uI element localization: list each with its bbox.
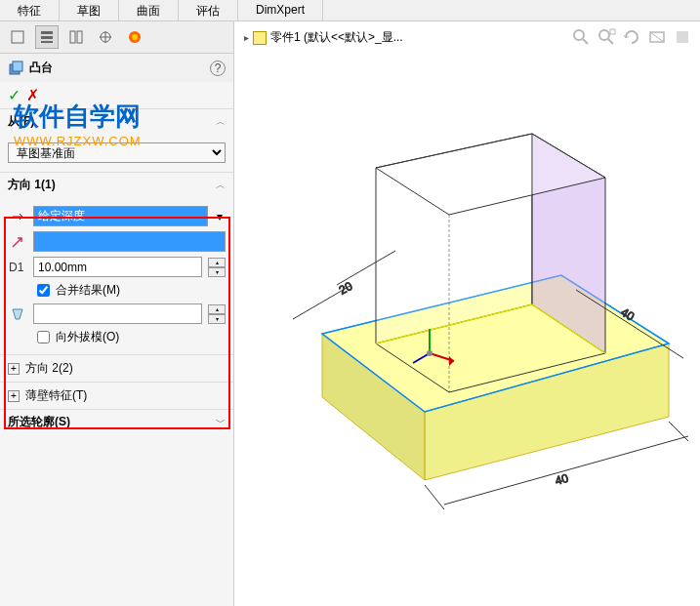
- panel-tab-feature-tree[interactable]: [6, 25, 29, 49]
- svg-point-10: [132, 34, 138, 40]
- reverse-direction-icon[interactable]: [8, 207, 27, 226]
- depth-spin-down[interactable]: ▾: [208, 267, 226, 277]
- depth-spin-up[interactable]: ▴: [208, 258, 226, 267]
- section-view-icon[interactable]: [647, 27, 667, 47]
- rotate-view-icon[interactable]: [622, 27, 641, 47]
- chevron-down-icon: ﹀: [216, 416, 226, 429]
- help-icon[interactable]: ?: [210, 61, 226, 76]
- svg-line-17: [608, 39, 613, 44]
- tab-dimxpert[interactable]: DimXpert: [238, 0, 323, 20]
- end-condition-dropdown[interactable]: 给定深度: [33, 206, 208, 226]
- direction-arrow-icon[interactable]: [8, 232, 27, 252]
- svg-rect-18: [610, 29, 615, 34]
- svg-rect-21: [677, 31, 688, 43]
- svg-rect-4: [70, 31, 75, 43]
- draft-icon[interactable]: [8, 304, 27, 324]
- panel-tab-dimxpert[interactable]: [94, 25, 117, 49]
- tab-sketch[interactable]: 草图: [60, 0, 119, 20]
- draft-spin-up[interactable]: ▴: [208, 304, 226, 314]
- section-dir2-header[interactable]: + 方向 2(2): [0, 354, 233, 382]
- tree-expand-icon[interactable]: ▸: [244, 32, 249, 43]
- direction-reference-input[interactable]: [33, 231, 226, 252]
- svg-line-15: [583, 39, 588, 44]
- display-style-icon[interactable]: [673, 27, 692, 47]
- svg-rect-5: [77, 31, 82, 43]
- expand-icon: +: [8, 363, 20, 375]
- draft-angle-input[interactable]: [33, 303, 202, 324]
- svg-line-20: [650, 32, 664, 42]
- svg-point-36: [427, 350, 432, 356]
- merge-result-checkbox[interactable]: [37, 284, 50, 297]
- merge-result-label: 合并结果(M): [56, 282, 120, 299]
- svg-rect-1: [41, 31, 53, 34]
- section-contours-header[interactable]: 所选轮廓(S) ﹀: [0, 410, 233, 434]
- depth-input[interactable]: [33, 257, 202, 277]
- chevron-up-icon: ︿: [216, 179, 226, 192]
- expand-icon: +: [8, 390, 20, 402]
- model-preview: 20 40 40: [234, 21, 700, 587]
- section-dir1-header[interactable]: 方向 1(1) ︿: [0, 173, 233, 197]
- section-thin-header[interactable]: + 薄壁特征(T): [0, 382, 233, 409]
- part-icon: [253, 31, 267, 45]
- from-plane-dropdown[interactable]: 草图基准面: [8, 142, 226, 163]
- svg-text:40: 40: [554, 471, 570, 488]
- tab-feature[interactable]: 特征: [0, 0, 60, 20]
- feature-name: 凸台: [29, 60, 210, 76]
- zoom-fit-icon[interactable]: [571, 27, 591, 47]
- panel-tab-config[interactable]: [64, 25, 88, 49]
- section-from-header[interactable]: 从(F) ︿: [0, 109, 233, 134]
- svg-line-44: [669, 422, 688, 441]
- boss-extrude-icon: [8, 61, 23, 76]
- svg-line-43: [425, 485, 444, 509]
- ok-button[interactable]: ✓: [8, 86, 21, 104]
- svg-rect-12: [13, 61, 22, 71]
- svg-text:20: 20: [337, 279, 355, 298]
- svg-point-14: [574, 30, 584, 40]
- draft-spin-down[interactable]: ▾: [208, 314, 226, 324]
- zoom-area-icon[interactable]: [597, 27, 616, 47]
- chevron-up-icon: ︿: [216, 115, 226, 129]
- svg-point-16: [599, 30, 609, 40]
- graphics-viewport[interactable]: ▸ 零件1 (默认<<默认>_显...: [234, 21, 700, 606]
- svg-rect-2: [41, 36, 53, 39]
- svg-text:D1: D1: [9, 261, 24, 274]
- cancel-button[interactable]: ✗: [26, 86, 39, 104]
- draft-outward-label: 向外拔模(O): [56, 329, 119, 345]
- draft-outward-checkbox[interactable]: [37, 331, 50, 343]
- svg-rect-3: [41, 41, 53, 43]
- panel-tab-property[interactable]: [35, 25, 59, 49]
- dropdown-arrow-icon[interactable]: ▾: [214, 210, 226, 223]
- depth-icon: D1: [8, 258, 27, 277]
- part-name[interactable]: 零件1 (默认<<默认>_显...: [270, 29, 403, 46]
- tab-surface[interactable]: 曲面: [119, 0, 179, 20]
- tab-evaluate[interactable]: 评估: [179, 0, 238, 20]
- svg-rect-0: [12, 31, 23, 43]
- panel-tab-appearance[interactable]: [123, 25, 146, 49]
